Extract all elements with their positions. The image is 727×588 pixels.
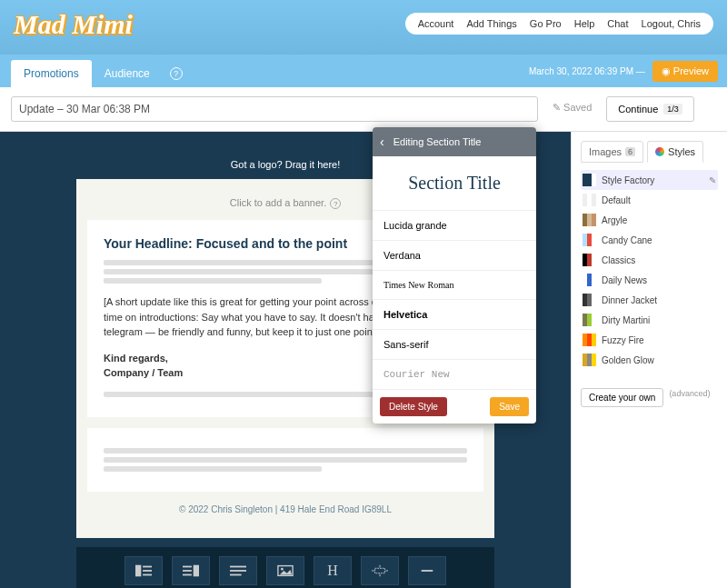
tool-image[interactable] <box>266 556 304 585</box>
create-style-button[interactable]: Create your own <box>581 388 663 407</box>
placeholder-line <box>104 457 467 463</box>
save-button[interactable]: Save <box>490 397 529 416</box>
style-swatch <box>583 314 596 326</box>
font-option[interactable]: Verdana <box>373 241 536 271</box>
svg-rect-9 <box>230 570 246 572</box>
font-list: Lucida grandeVerdanaTimes New RomanHelve… <box>373 210 536 390</box>
svg-rect-1 <box>143 566 152 568</box>
continue-label: Continue <box>618 104 658 115</box>
style-item[interactable]: Classics <box>581 250 718 270</box>
tool-section[interactable] <box>361 556 399 585</box>
continue-step: 1/3 <box>663 104 682 115</box>
nav-chat[interactable]: Chat <box>607 18 628 29</box>
style-swatch <box>583 254 596 266</box>
style-item[interactable]: Argyle <box>581 210 718 230</box>
preview-button[interactable]: ◉ Preview <box>652 61 718 82</box>
tool-heading[interactable]: H <box>314 556 352 585</box>
svg-rect-10 <box>230 574 242 576</box>
images-count: 6 <box>625 147 635 156</box>
svg-rect-0 <box>135 565 141 577</box>
style-swatch <box>583 334 596 346</box>
font-option[interactable]: Sans-serif <box>373 330 536 360</box>
style-name: Argyle <box>602 215 627 225</box>
tool-text[interactable] <box>219 556 257 585</box>
svg-rect-4 <box>194 565 199 577</box>
nav-go-pro[interactable]: Go Pro <box>530 18 562 29</box>
font-option[interactable]: Helvetica <box>373 300 536 330</box>
block-toolbar: H <box>76 547 494 588</box>
style-edit-popup: ‹ Editing Section Title Section Title Lu… <box>373 127 536 424</box>
style-name: Daily News <box>602 275 647 285</box>
style-name: Dirty Martini <box>602 315 650 325</box>
style-list: Style Factory✎DefaultArgyleCandy CaneCla… <box>581 170 718 370</box>
tool-image-right[interactable] <box>172 556 210 585</box>
style-swatch <box>583 234 596 246</box>
help-icon[interactable]: ? <box>170 67 183 80</box>
svg-rect-13 <box>375 568 385 573</box>
work-area: Got a logo? Drag it here! Click to add a… <box>0 132 727 588</box>
tab-styles[interactable]: Styles <box>647 141 703 163</box>
status-date: March 30, 2022 06:39 PM — <box>529 66 645 76</box>
placeholder-line <box>104 448 467 453</box>
brand-logo: Mad Mimi <box>14 9 133 39</box>
svg-rect-8 <box>230 566 246 568</box>
svg-rect-6 <box>183 570 192 572</box>
svg-rect-7 <box>183 574 192 576</box>
popup-footer: Delete Style Save <box>373 390 536 424</box>
font-option[interactable]: Times New Roman <box>373 271 536 300</box>
promotion-title-input[interactable] <box>11 96 538 122</box>
tool-divider[interactable] <box>408 556 446 585</box>
palette-icon <box>655 147 664 156</box>
logo-dropzone[interactable]: Got a logo? Drag it here! <box>231 150 340 179</box>
help-icon[interactable]: ? <box>330 198 341 209</box>
style-item[interactable]: Daily News <box>581 270 718 290</box>
popup-header: ‹ Editing Section Title <box>373 127 536 156</box>
svg-rect-5 <box>183 566 192 568</box>
style-item[interactable]: Fuzzy Fire <box>581 330 718 350</box>
top-nav: Account Add Things Go Pro Help Chat Logo… <box>405 13 713 35</box>
style-item[interactable]: Candy Cane <box>581 230 718 250</box>
pencil-icon[interactable]: ✎ <box>709 175 716 185</box>
tab-right: March 30, 2022 06:39 PM — ◉ Preview <box>529 61 718 82</box>
side-panel: Images 6 Styles Style Factory✎DefaultArg… <box>571 132 727 588</box>
section-title-preview: Section Title <box>373 156 536 210</box>
tab-images[interactable]: Images 6 <box>581 141 643 163</box>
tab-promotions[interactable]: Promotions <box>11 60 92 87</box>
nav-account[interactable]: Account <box>418 18 454 29</box>
svg-rect-2 <box>143 570 152 572</box>
style-swatch <box>583 174 596 186</box>
style-item[interactable]: Dinner Jacket <box>581 290 718 310</box>
style-item[interactable]: Dirty Martini <box>581 310 718 330</box>
sub-bar: ✎ Saved Continue 1/3 <box>0 87 727 132</box>
popup-title: Editing Section Title <box>393 136 482 147</box>
style-name: Fuzzy Fire <box>602 335 644 345</box>
style-swatch <box>583 194 596 206</box>
delete-style-button[interactable]: Delete Style <box>380 397 447 416</box>
font-option[interactable]: Courier New <box>373 360 536 390</box>
panel-tabs: Images 6 Styles <box>581 141 718 163</box>
saved-label: ✎ Saved <box>547 96 597 122</box>
placeholder-line <box>104 466 322 472</box>
nav-add-things[interactable]: Add Things <box>466 18 516 29</box>
svg-rect-18 <box>422 570 433 572</box>
style-swatch <box>583 214 596 226</box>
svg-point-12 <box>281 568 284 571</box>
style-swatch <box>583 354 596 366</box>
nav-help[interactable]: Help <box>574 18 595 29</box>
email-footer: © 2022 Chris Singleton | 419 Hale End Ro… <box>87 492 483 527</box>
tool-image-left[interactable] <box>124 556 163 585</box>
style-item[interactable]: Style Factory✎ <box>581 170 718 190</box>
back-icon[interactable]: ‹ <box>380 135 384 149</box>
top-header: Mad Mimi Account Add Things Go Pro Help … <box>0 0 727 55</box>
style-name: Golden Glow <box>602 355 654 365</box>
style-item[interactable]: Default <box>581 190 718 210</box>
continue-button[interactable]: Continue 1/3 <box>606 96 694 122</box>
style-item[interactable]: Golden Glow <box>581 350 718 370</box>
nav-logout[interactable]: Logout, Chris <box>642 18 701 29</box>
advanced-link[interactable]: (advanced) <box>669 389 710 398</box>
style-swatch <box>583 274 596 286</box>
tab-bar: Promotions Audience ? March 30, 2022 06:… <box>0 55 727 87</box>
style-name: Default <box>602 195 631 205</box>
tab-audience[interactable]: Audience <box>92 60 163 87</box>
font-option[interactable]: Lucida grande <box>373 211 536 241</box>
